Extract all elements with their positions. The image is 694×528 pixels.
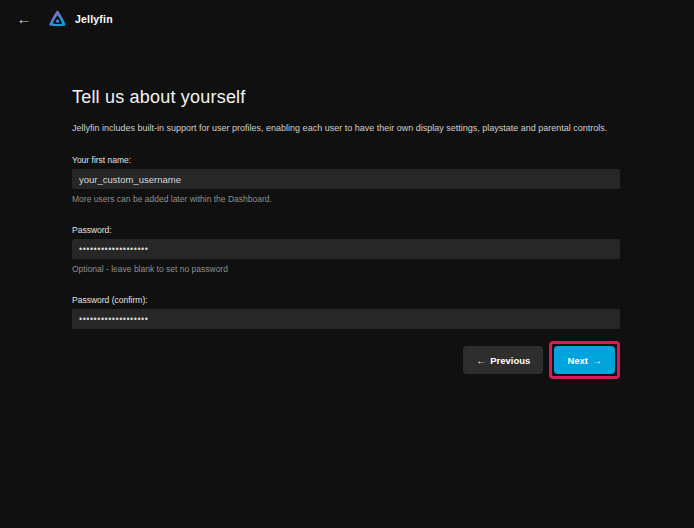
username-label: Your first name: <box>72 155 620 165</box>
next-button-highlight-box: Next → <box>549 341 620 379</box>
back-button[interactable]: ← <box>12 7 36 31</box>
wizard-content: Tell us about yourself Jellyfin includes… <box>0 38 694 379</box>
arrow-left-icon: ← <box>476 355 486 366</box>
password-confirm-input[interactable] <box>72 309 620 329</box>
header-bar: ← Jellyfin <box>0 0 694 38</box>
password-confirm-label: Password (confirm): <box>72 295 620 305</box>
password-helper-text: Optional - leave blank to set no passwor… <box>72 264 620 274</box>
app-name-label: Jellyfin <box>75 13 113 25</box>
jellyfin-logo-icon <box>46 8 69 31</box>
arrow-right-icon: → <box>592 355 602 366</box>
password-field-group: Password: Optional - leave blank to set … <box>72 225 620 274</box>
previous-button-label: Previous <box>490 355 530 366</box>
page-description: Jellyfin includes built-in support for u… <box>72 123 620 133</box>
app-logo: Jellyfin <box>46 8 113 31</box>
back-arrow-icon: ← <box>17 10 32 27</box>
password-confirm-field-group: Password (confirm): <box>72 295 620 329</box>
username-input[interactable] <box>72 169 620 189</box>
username-field-group: Your first name: More users can be added… <box>72 155 620 204</box>
jellyfin-setup-wizard: ← Jellyfin Tell us about yourself Jellyf… <box>0 0 694 528</box>
username-helper-text: More users can be added later within the… <box>72 194 620 204</box>
next-button[interactable]: Next → <box>554 346 615 374</box>
previous-button[interactable]: ← Previous <box>463 346 543 374</box>
password-label: Password: <box>72 225 620 235</box>
page-title: Tell us about yourself <box>72 87 620 108</box>
wizard-buttons-row: ← Previous Next → <box>72 341 620 379</box>
next-button-label: Next <box>567 355 588 366</box>
password-input[interactable] <box>72 239 620 259</box>
